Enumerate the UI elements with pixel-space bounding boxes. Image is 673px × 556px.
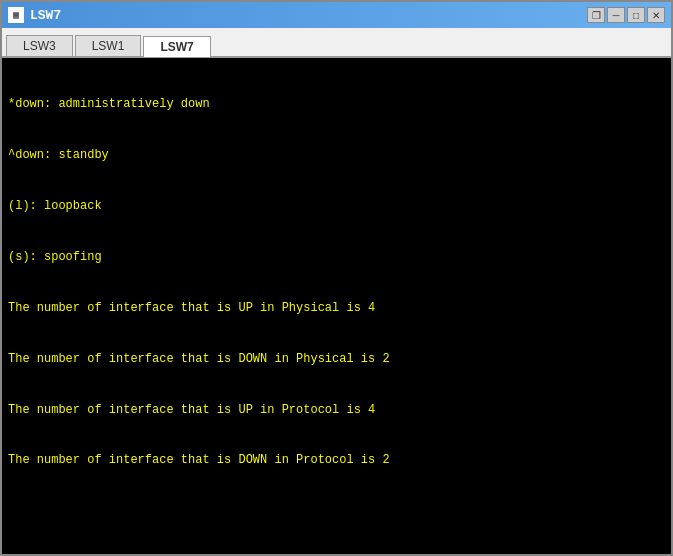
tab-lsw3[interactable]: LSW3 [6, 35, 73, 56]
title-bar: ▦ LSW7 ❐ ─ □ ✕ [2, 2, 671, 28]
line-6: The number of interface that is DOWN in … [8, 351, 667, 368]
maximize-button[interactable]: □ [627, 7, 645, 23]
line-1: *down: administratively down [8, 96, 667, 113]
line-4: (s): spoofing [8, 249, 667, 266]
line-7: The number of interface that is UP in Pr… [8, 402, 667, 419]
minimize-button[interactable]: ─ [607, 7, 625, 23]
tab-lsw1[interactable]: LSW1 [75, 35, 142, 56]
line-5: The number of interface that is UP in Ph… [8, 300, 667, 317]
main-window: ▦ LSW7 ❐ ─ □ ✕ LSW3 LSW1 LSW7 *down: adm… [0, 0, 673, 556]
title-bar-left: ▦ LSW7 [8, 7, 61, 23]
tab-lsw7[interactable]: LSW7 [143, 36, 210, 57]
window-title: LSW7 [30, 8, 61, 23]
tab-bar: LSW3 LSW1 LSW7 [2, 28, 671, 58]
terminal[interactable]: *down: administratively down ^down: stan… [2, 58, 671, 554]
terminal-content[interactable]: *down: administratively down ^down: stan… [8, 62, 667, 550]
line-2: ^down: standby [8, 147, 667, 164]
line-8: The number of interface that is DOWN in … [8, 452, 667, 469]
close-button[interactable]: ✕ [647, 7, 665, 23]
app-icon: ▦ [8, 7, 24, 23]
line-3: (l): loopback [8, 198, 667, 215]
window-controls: ❐ ─ □ ✕ [587, 7, 665, 23]
line-blank1 [8, 503, 667, 520]
restore-button[interactable]: ❐ [587, 7, 605, 23]
